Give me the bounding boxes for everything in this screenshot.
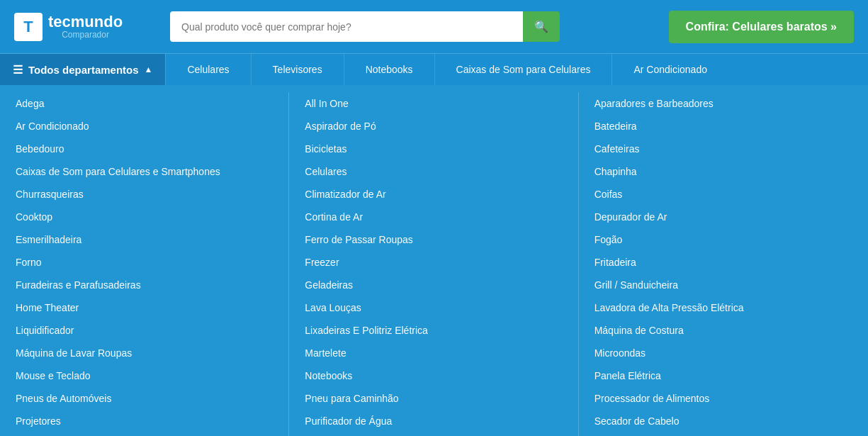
- menu-item[interactable]: Tablet: [296, 432, 570, 436]
- menu-item[interactable]: Panela Elétrica: [586, 364, 861, 387]
- menu-item[interactable]: Churrasqueiras: [7, 183, 281, 206]
- logo-text: tecmundo Comparador: [48, 14, 123, 40]
- dropdown-menu: AdegaAr CondicionadoBebedouroCaixas de S…: [0, 85, 868, 436]
- menu-item[interactable]: Mouse e Teclado: [7, 364, 281, 387]
- menu-item[interactable]: Fogão: [586, 228, 861, 251]
- menu-item[interactable]: Cooktop: [7, 206, 281, 228]
- menu-item[interactable]: Climatizador de Ar: [296, 183, 570, 206]
- logo-main: tecmundo: [48, 14, 123, 30]
- search-bar: 🔍: [170, 11, 560, 42]
- nav-links: Celulares Televisores Notebooks Caixas d…: [165, 54, 728, 85]
- menu-item[interactable]: Cortina de Ar: [296, 206, 570, 228]
- chevron-up-icon: ▲: [145, 65, 153, 74]
- menu-item[interactable]: Máquina de Lavar Roupas: [7, 342, 281, 364]
- menu-item[interactable]: Caixas de Som para Celulares e Smartphon…: [7, 160, 281, 183]
- search-button[interactable]: 🔍: [523, 11, 560, 42]
- menu-item[interactable]: Depurador de Ar: [586, 206, 861, 228]
- nav-celulares[interactable]: Celulares: [165, 54, 250, 85]
- search-input[interactable]: [170, 11, 523, 42]
- menu-item[interactable]: Lixadeiras E Politriz Elétrica: [296, 319, 570, 342]
- menu-item[interactable]: All In One: [296, 92, 570, 115]
- menu-item[interactable]: Aparadores e Barbeadores: [586, 92, 861, 115]
- todos-departamentos-label: Todos departamentos: [28, 64, 139, 76]
- logo-icon: T: [14, 13, 43, 41]
- menu-item[interactable]: TVs: [586, 432, 861, 436]
- menu-item[interactable]: Forno: [7, 251, 281, 274]
- menu-item[interactable]: Pneu para Caminhão: [296, 387, 570, 410]
- search-icon: 🔍: [534, 21, 548, 33]
- todos-departamentos-button[interactable]: ☰ Todos departamentos ▲: [0, 54, 165, 85]
- menu-col-2: All In OneAspirador de PóBicicletasCelul…: [289, 92, 578, 436]
- menu-item[interactable]: Ar Condicionado: [7, 115, 281, 138]
- menu-item[interactable]: Martelete: [296, 342, 570, 364]
- navbar: ☰ Todos departamentos ▲ Celulares Televi…: [0, 53, 868, 85]
- menu-item[interactable]: Liquidificador: [7, 319, 281, 342]
- menu-item[interactable]: Microondas: [586, 342, 861, 364]
- menu-item[interactable]: Secador de Cabelo: [586, 410, 861, 432]
- menu-item[interactable]: Cafeteiras: [586, 138, 861, 160]
- hamburger-icon: ☰: [13, 63, 23, 77]
- menu-col-3: Aparadores e BarbeadoresBatedeiraCafetei…: [579, 92, 868, 436]
- menu-col-1: AdegaAr CondicionadoBebedouroCaixas de S…: [0, 92, 289, 436]
- menu-item[interactable]: Freezer: [296, 251, 570, 274]
- logo-sub: Comparador: [48, 30, 123, 40]
- menu-item[interactable]: Lavadora de Alta Pressão Elétrica: [586, 296, 861, 319]
- promo-button[interactable]: Confira: Celulares baratos »: [669, 11, 854, 43]
- menu-item[interactable]: Aspirador de Pó: [296, 115, 570, 138]
- logo-area: T tecmundo Comparador: [14, 13, 156, 41]
- nav-caixas-de-som[interactable]: Caixas de Som para Celulares: [434, 54, 612, 85]
- menu-item[interactable]: Home Theater: [7, 296, 281, 319]
- menu-item[interactable]: Geladeiras: [296, 274, 570, 296]
- menu-item[interactable]: Ferro de Passar Roupas: [296, 228, 570, 251]
- menu-item[interactable]: Coifas: [586, 183, 861, 206]
- nav-notebooks[interactable]: Notebooks: [344, 54, 434, 85]
- nav-ar-condicionado[interactable]: Ar Condicionado: [611, 54, 728, 85]
- menu-item[interactable]: Fritadeira: [586, 251, 861, 274]
- menu-item[interactable]: Grill / Sanduicheira: [586, 274, 861, 296]
- menu-item[interactable]: Secadora de Roupas: [7, 432, 281, 436]
- menu-item[interactable]: Adega: [7, 92, 281, 115]
- header: T tecmundo Comparador 🔍 Confira: Celular…: [0, 0, 868, 53]
- nav-televisores[interactable]: Televisores: [251, 54, 344, 85]
- menu-item[interactable]: Lava Louças: [296, 296, 570, 319]
- menu-item[interactable]: Projetores: [7, 410, 281, 432]
- menu-item[interactable]: Celulares: [296, 160, 570, 183]
- menu-item[interactable]: Bicicletas: [296, 138, 570, 160]
- menu-item[interactable]: Chapinha: [586, 160, 861, 183]
- menu-item[interactable]: Purificador de Água: [296, 410, 570, 432]
- menu-item[interactable]: Pneus de Automóveis: [7, 387, 281, 410]
- menu-item[interactable]: Furadeiras e Parafusadeiras: [7, 274, 281, 296]
- menu-item[interactable]: Processador de Alimentos: [586, 387, 861, 410]
- menu-item[interactable]: Batedeira: [586, 115, 861, 138]
- menu-item[interactable]: Esmerilhadeira: [7, 228, 281, 251]
- menu-item[interactable]: Bebedouro: [7, 138, 281, 160]
- menu-item[interactable]: Notebooks: [296, 364, 570, 387]
- menu-item[interactable]: Máquina de Costura: [586, 319, 861, 342]
